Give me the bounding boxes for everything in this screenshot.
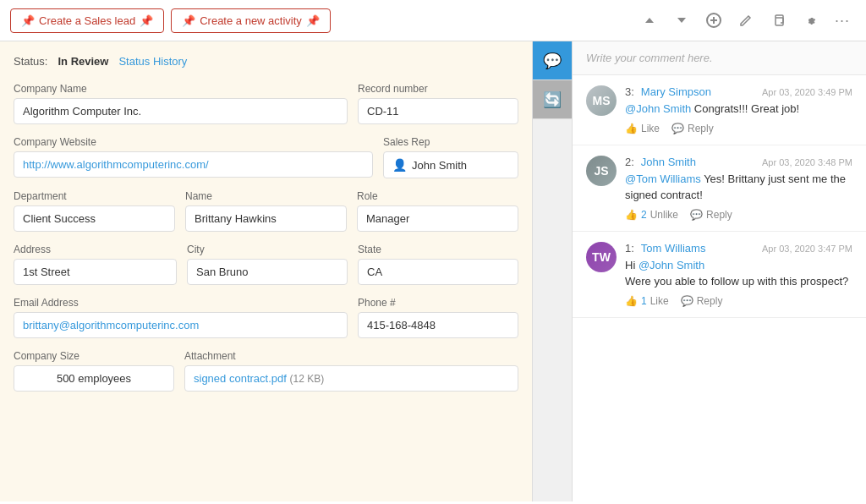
reply-button[interactable]: 💬 Reply <box>671 123 714 134</box>
reply-icon: 💬 <box>690 209 703 221</box>
comment-author[interactable]: Tom Williams <box>641 242 706 255</box>
reply-button[interactable]: 💬 Reply <box>690 209 732 221</box>
like-button[interactable]: 👍 Like <box>625 123 660 134</box>
add-button[interactable] <box>700 7 727 34</box>
company-website-label: Company Website <box>14 136 373 148</box>
like-label: Like <box>641 123 660 134</box>
record-number-input[interactable] <box>358 98 518 124</box>
comment-time: Apr 03, 2020 3:48 PM <box>762 157 852 167</box>
comment-author[interactable]: John Smith <box>641 156 696 168</box>
like-label: Like <box>650 295 669 307</box>
company-name-input[interactable] <box>14 98 348 124</box>
name-group: Name <box>185 190 347 232</box>
company-website-input[interactable] <box>14 151 373 178</box>
create-sales-lead-button[interactable]: 📌 Create a Sales lead 📌 <box>10 8 164 33</box>
main-layout: Status: In Review Status History Company… <box>0 41 866 501</box>
address-label: Address <box>14 244 177 255</box>
avatar: TW <box>586 242 617 272</box>
sales-rep-value: John Smith <box>412 159 467 172</box>
chevron-down-button[interactable] <box>668 7 695 34</box>
like-button[interactable]: 👍 1 Like <box>625 295 669 307</box>
svg-rect-3 <box>776 18 783 25</box>
city-label: City <box>187 244 348 255</box>
tab-strip: 💬 🔄 <box>533 41 573 501</box>
comment-actions: 👍 2 Unlike 💬 Reply <box>625 209 852 221</box>
state-input[interactable] <box>358 259 518 285</box>
comment-item: MS 3: Mary Simpson Apr 03, 2020 3:49 PM … <box>573 75 866 145</box>
comment-body: 3: Mary Simpson Apr 03, 2020 3:49 PM @Jo… <box>625 85 852 134</box>
pin-icon-right: 📌 <box>140 14 153 27</box>
company-size-group: Company Size <box>14 350 174 392</box>
more-button[interactable]: ··· <box>829 7 856 34</box>
comment-actions: 👍 Like 💬 Reply <box>625 123 852 134</box>
comment-placeholder: Write your comment here. <box>586 52 713 64</box>
comment-text: @John Smith Congrats!!! Great job! <box>625 101 852 118</box>
chevron-up-button[interactable] <box>636 7 663 34</box>
comment-body: 1: Tom Williams Apr 03, 2020 3:47 PM Hi … <box>625 242 852 307</box>
email-group: Email Address <box>14 297 348 338</box>
phone-input[interactable] <box>358 312 518 338</box>
comment-body: 2: John Smith Apr 03, 2020 3:48 PM @Tom … <box>625 156 852 221</box>
record-number-label: Record number <box>358 83 518 95</box>
comment-icon: 💬 <box>543 52 562 70</box>
reply-label: Reply <box>688 123 714 134</box>
sales-rep-label: Sales Rep <box>383 136 518 148</box>
status-value: In Review <box>58 55 108 68</box>
comment-actions: 👍 1 Like 💬 Reply <box>625 295 852 307</box>
create-activity-label: Create a new activity <box>200 14 302 27</box>
thumbs-up-icon: 👍 <box>625 123 638 134</box>
thumbs-up-icon: 👍 <box>625 295 638 307</box>
person-icon: 👤 <box>392 158 407 172</box>
status-row: Status: In Review Status History <box>14 55 518 68</box>
refresh-icon: 🔄 <box>543 90 562 109</box>
reply-button[interactable]: 💬 Reply <box>681 295 723 307</box>
comment-number: 2: <box>625 156 634 168</box>
toolbar: 📌 Create a Sales lead 📌 📌 Create a new a… <box>0 0 866 41</box>
attachment-link[interactable]: signed contract.pdf <box>194 372 287 385</box>
comment-input-area[interactable]: Write your comment here. <box>573 41 866 75</box>
reply-icon: 💬 <box>671 123 684 134</box>
toolbar-icons: ··· <box>636 7 856 34</box>
attachment-group: Attachment signed contract.pdf (12 KB) <box>184 350 518 392</box>
comment-item: JS 2: John Smith Apr 03, 2020 3:48 PM @T… <box>573 145 866 232</box>
address-input[interactable] <box>14 259 177 285</box>
role-input[interactable] <box>357 205 518 232</box>
company-size-label: Company Size <box>14 350 174 362</box>
attachment-size: (12 KB) <box>289 373 324 385</box>
like-count: 2 <box>641 209 647 221</box>
department-input[interactable] <box>14 205 175 232</box>
company-name-label: Company Name <box>14 83 348 95</box>
thumbs-up-icon: 👍 <box>625 209 638 221</box>
status-label: Status: <box>14 55 47 68</box>
company-name-group: Company Name <box>14 83 348 124</box>
create-activity-button[interactable]: 📌 Create a new activity 📌 <box>171 8 331 33</box>
status-history-link[interactable]: Status History <box>118 55 187 68</box>
avatar: JS <box>586 156 617 186</box>
comment-time: Apr 03, 2020 3:49 PM <box>762 87 852 97</box>
record-number-group: Record number <box>358 83 518 124</box>
name-input[interactable] <box>185 205 347 232</box>
pin-icon-activity-right: 📌 <box>306 14 320 27</box>
email-phone-row: Email Address Phone # <box>14 297 518 338</box>
mention: @John Smith <box>625 102 691 115</box>
department-group: Department <box>14 190 175 232</box>
pin-icon-activity: 📌 <box>182 14 195 27</box>
reply-label: Reply <box>697 295 723 307</box>
copy-button[interactable] <box>765 7 792 34</box>
comments-list: MS 3: Mary Simpson Apr 03, 2020 3:49 PM … <box>573 75 866 501</box>
comment-tab[interactable]: 💬 <box>533 41 572 80</box>
company-size-input[interactable] <box>14 365 174 392</box>
comment-header: 3: Mary Simpson Apr 03, 2020 3:49 PM <box>625 85 852 98</box>
sales-rep-field[interactable]: 👤 John Smith <box>383 151 518 178</box>
email-input[interactable] <box>14 312 348 338</box>
role-group: Role <box>357 190 518 232</box>
settings-button[interactable] <box>797 7 824 34</box>
city-input[interactable] <box>187 259 348 285</box>
name-label: Name <box>185 190 347 202</box>
edit-button[interactable] <box>732 7 759 34</box>
like-button[interactable]: 👍 2 Unlike <box>625 209 678 221</box>
refresh-tab[interactable]: 🔄 <box>533 80 572 119</box>
city-group: City <box>187 244 348 285</box>
comment-author[interactable]: Mary Simpson <box>641 85 711 98</box>
avatar: MS <box>586 85 617 116</box>
